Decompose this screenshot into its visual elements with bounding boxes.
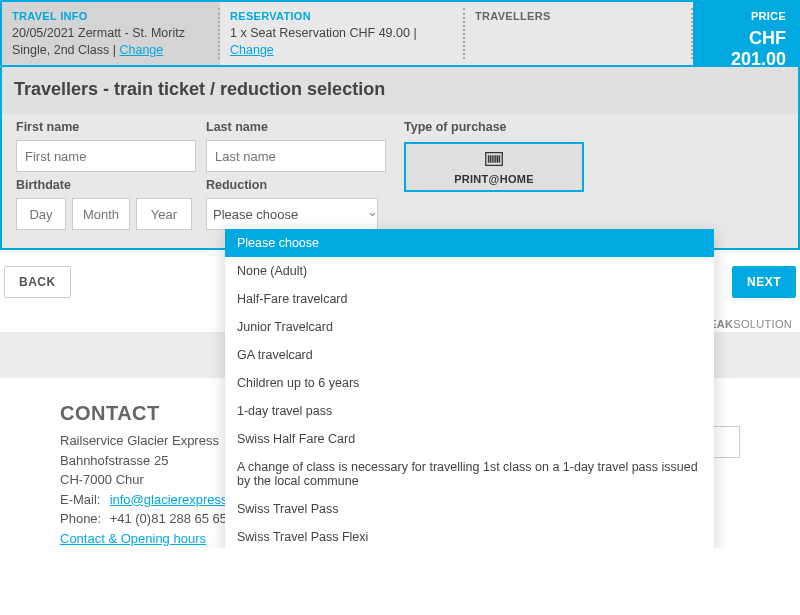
reservation-change-link[interactable]: Change (230, 43, 274, 57)
step-title: TRAVEL INFO (12, 10, 210, 22)
reduction-option[interactable]: Please choose (225, 229, 714, 257)
last-name-label: Last name (206, 120, 386, 134)
contact-email-line: E-Mail: info@glacierexpress. (60, 490, 231, 510)
reduction-dropdown: Please chooseNone (Adult)Half-Fare trave… (225, 229, 714, 548)
step-price: PRICE CHF 201.00 (693, 2, 798, 65)
reduction-label: Reduction (206, 178, 386, 192)
contact-street: Bahnhofstrasse 25 (60, 451, 231, 471)
first-name-input[interactable] (16, 140, 196, 172)
birthdate-label: Birthdate (16, 178, 196, 192)
step-title: TRAVELLERS (475, 10, 683, 22)
travel-info-change-link[interactable]: Change (119, 43, 163, 57)
step-title: PRICE (703, 10, 786, 22)
contact-heading: CONTACT (60, 402, 231, 425)
reduction-option[interactable]: None (Adult) (225, 257, 714, 285)
price-value: CHF 201.00 (703, 28, 786, 70)
reduction-option[interactable]: Junior Travelcard (225, 313, 714, 341)
contact-phone-line: Phone: +41 (0)81 288 65 65 (60, 509, 231, 529)
contact-city: CH-7000 Chur (60, 470, 231, 490)
reduction-option[interactable]: Swiss Travel Pass Flexi (225, 523, 714, 548)
section-heading: Travellers - train ticket / reduction se… (2, 67, 798, 114)
contact-email-link[interactable]: info@glacierexpress. (110, 492, 232, 507)
reduction-option[interactable]: Swiss Half Fare Card (225, 425, 714, 453)
travel-info-line2: Single, 2nd Class | Change (12, 42, 210, 59)
first-name-label: First name (16, 120, 196, 134)
step-travellers: TRAVELLERS (465, 2, 693, 65)
reduction-option[interactable]: GA travelcard (225, 341, 714, 369)
reduction-option[interactable]: A change of class is necessary for trave… (225, 453, 714, 495)
step-travel-info: TRAVEL INFO 20/05/2021 Zermatt - St. Mor… (2, 2, 220, 65)
travellers-section: Travellers - train ticket / reduction se… (0, 67, 800, 250)
back-button[interactable]: BACK (4, 266, 71, 298)
contact-hours-link[interactable]: Contact & Opening hours (60, 531, 206, 546)
last-name-input[interactable] (206, 140, 386, 172)
contact-phone: +41 (0)81 288 65 65 (110, 511, 227, 526)
barcode-icon (483, 150, 505, 171)
purchase-type-label: Type of purchase (404, 120, 584, 134)
birthdate-day-input[interactable] (16, 198, 66, 230)
birthdate-month-input[interactable] (72, 198, 130, 230)
step-reservation: RESERVATION 1 x Seat Reservation CHF 49.… (220, 2, 465, 65)
travel-info-line1: 20/05/2021 Zermatt - St. Moritz (12, 25, 210, 42)
reduction-option[interactable]: 1-day travel pass (225, 397, 714, 425)
birthdate-year-input[interactable] (136, 198, 192, 230)
purchase-type-option-label: PRINT@HOME (454, 173, 534, 185)
reservation-text: 1 x Seat Reservation CHF 49.00 | Change (230, 25, 455, 59)
reduction-select[interactable]: Please choose (206, 198, 378, 230)
reduction-option[interactable]: Children up to 6 years (225, 369, 714, 397)
purchase-type-print-at-home[interactable]: PRINT@HOME (404, 142, 584, 192)
reduction-option[interactable]: Swiss Travel Pass (225, 495, 714, 523)
next-button[interactable]: NEXT (732, 266, 796, 298)
reduction-option[interactable]: Half-Fare travelcard (225, 285, 714, 313)
contact-name: Railservice Glacier Express (60, 431, 231, 451)
booking-steps: TRAVEL INFO 20/05/2021 Zermatt - St. Mor… (0, 0, 800, 67)
step-title: RESERVATION (230, 10, 455, 22)
